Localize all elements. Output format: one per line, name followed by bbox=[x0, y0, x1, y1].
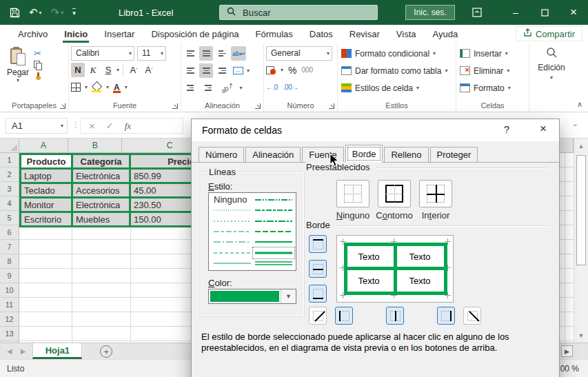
line-style-option[interactable] bbox=[212, 258, 253, 269]
row-headers[interactable]: 12345678910111213 bbox=[0, 153, 19, 343]
close-icon[interactable]: × bbox=[559, 0, 588, 25]
clipboard-dialog-launcher-icon[interactable] bbox=[60, 103, 65, 109]
line-style-option[interactable] bbox=[253, 205, 294, 215]
border-top-button[interactable] bbox=[309, 235, 327, 253]
row-header-10[interactable]: 10 bbox=[0, 283, 19, 298]
data-cell[interactable]: Muebles bbox=[73, 213, 129, 225]
name-box[interactable]: A1 ▾ bbox=[6, 118, 68, 134]
cut-icon[interactable]: ✂ bbox=[34, 48, 43, 59]
formato-button[interactable]: Formato▾ bbox=[458, 79, 527, 96]
align-right-button[interactable] bbox=[215, 63, 229, 78]
line-style-option[interactable] bbox=[212, 205, 253, 215]
accounting-format-icon[interactable] bbox=[266, 66, 276, 74]
grow-font-button[interactable]: Aˆ bbox=[127, 63, 141, 77]
underline-chevron-icon[interactable]: ▾ bbox=[116, 67, 119, 73]
data-cell[interactable]: Electrónica bbox=[73, 198, 129, 211]
data-cell[interactable]: Monitor bbox=[21, 198, 71, 211]
insert-function-icon[interactable]: fx bbox=[125, 121, 131, 132]
minimize-icon[interactable]: – bbox=[501, 0, 530, 25]
ribbon-tab-inicio[interactable]: Inicio bbox=[56, 25, 96, 43]
search-input[interactable]: Buscar bbox=[219, 5, 378, 20]
prev-sheet-icon[interactable]: ◀ bbox=[7, 347, 12, 355]
paste-button[interactable]: Pegar ▾ bbox=[2, 45, 34, 101]
copy-icon[interactable] bbox=[34, 61, 43, 70]
ribbon-tab-datos[interactable]: Datos bbox=[301, 25, 341, 43]
increase-indent-button[interactable] bbox=[201, 81, 215, 95]
ribbon-tab-archivo[interactable]: Archivo bbox=[10, 25, 56, 43]
scroll-up-icon[interactable]: ▲ bbox=[576, 140, 587, 152]
comma-style-button[interactable]: 000 bbox=[301, 66, 313, 74]
data-cell[interactable]: Teclado bbox=[21, 184, 71, 196]
row-header-1[interactable]: 1 bbox=[0, 153, 19, 167]
line-style-option[interactable] bbox=[253, 237, 294, 247]
font-color-icon[interactable]: A bbox=[113, 84, 121, 91]
data-cell[interactable]: Laptop bbox=[21, 170, 71, 182]
redo-icon[interactable]: ↷▾ bbox=[51, 6, 64, 19]
row-header-2[interactable]: 2 bbox=[0, 167, 19, 182]
border-bottom-button[interactable] bbox=[309, 285, 327, 303]
underline-button[interactable]: S bbox=[101, 63, 115, 77]
line-style-option[interactable] bbox=[212, 216, 253, 226]
line-style-option[interactable] bbox=[253, 247, 294, 258]
align-middle-button[interactable] bbox=[199, 46, 213, 61]
orientation-button[interactable]: ab↗ bbox=[216, 77, 238, 99]
alignment-dialog-launcher-icon[interactable] bbox=[255, 103, 261, 109]
font-name-combo[interactable]: Calibri▾ bbox=[71, 46, 134, 61]
preset-ntorno-button[interactable] bbox=[378, 180, 411, 207]
border-left-button[interactable] bbox=[335, 307, 353, 325]
border-diagdn-button[interactable] bbox=[463, 307, 481, 325]
font-color-chevron-icon[interactable]: ▾ bbox=[125, 84, 128, 90]
italic-button[interactable]: K bbox=[86, 63, 100, 77]
scroll-down-icon[interactable]: ▼ bbox=[576, 329, 587, 341]
line-style-option[interactable] bbox=[212, 237, 253, 247]
row-header-9[interactable]: 9 bbox=[0, 269, 19, 283]
line-color-dropdown[interactable]: ▼ bbox=[208, 289, 296, 304]
cancel-icon[interactable]: × bbox=[89, 120, 95, 132]
row-header-4[interactable]: 4 bbox=[0, 196, 19, 211]
ribbon-tab-fórmulas[interactable]: Fórmulas bbox=[247, 25, 301, 43]
font-dialog-launcher-icon[interactable] bbox=[172, 103, 178, 109]
number-format-combo[interactable]: General▾ bbox=[266, 46, 332, 61]
preset-erior-button[interactable] bbox=[419, 180, 452, 207]
bold-button[interactable]: N bbox=[71, 63, 85, 77]
add-sheet-icon[interactable]: + bbox=[100, 345, 112, 358]
editing-button[interactable]: Edición ▾ bbox=[529, 43, 574, 101]
align-bottom-button[interactable] bbox=[215, 46, 229, 61]
line-style-listbox[interactable]: Ninguno bbox=[208, 192, 296, 271]
header-cell[interactable]: Producto bbox=[21, 155, 71, 167]
enter-icon[interactable]: ✓ bbox=[106, 121, 114, 131]
preset-inguno-button[interactable] bbox=[336, 180, 369, 207]
line-style-option[interactable] bbox=[212, 226, 253, 236]
data-cell[interactable]: Escritorio bbox=[21, 213, 71, 225]
align-left-button[interactable] bbox=[183, 63, 197, 78]
row-header-3[interactable]: 3 bbox=[0, 182, 19, 196]
select-all-corner[interactable] bbox=[0, 139, 19, 153]
merge-chevron-icon[interactable]: ▾ bbox=[247, 68, 250, 74]
hscroll-right-icon[interactable]: ▶ bbox=[561, 345, 573, 357]
row-header-13[interactable]: 13 bbox=[0, 327, 19, 341]
vertical-scrollbar[interactable]: ▲ ▼ bbox=[574, 139, 588, 343]
line-style-option[interactable]: Ninguno bbox=[212, 194, 253, 205]
orientation-chevron-icon[interactable]: ▾ bbox=[240, 85, 243, 91]
border-vmid-button[interactable] bbox=[386, 307, 404, 325]
dialog-help-icon[interactable]: ? bbox=[504, 123, 509, 135]
ribbon-tab-ayuda[interactable]: Ayuda bbox=[425, 25, 467, 43]
row-header-5[interactable]: 5 bbox=[0, 211, 19, 225]
dialog-close-icon[interactable]: × bbox=[540, 122, 547, 136]
wrap-text-button[interactable]: ab↩ bbox=[231, 46, 246, 61]
shrink-font-button[interactable]: Aˇ bbox=[142, 63, 156, 77]
borders-chevron-icon[interactable]: ▾ bbox=[85, 84, 88, 90]
ribbon-tab-vista[interactable]: Vista bbox=[388, 25, 425, 43]
ribbon-tab-disposición-de-página[interactable]: Disposición de página bbox=[143, 25, 247, 43]
save-icon[interactable] bbox=[10, 8, 20, 18]
percent-style-button[interactable]: % bbox=[288, 65, 296, 76]
next-sheet-icon[interactable]: ▶ bbox=[21, 347, 26, 355]
ribbon-tab-revisar[interactable]: Revisar bbox=[341, 25, 388, 43]
format-painter-icon[interactable] bbox=[34, 72, 43, 81]
data-cell[interactable]: Electrónica bbox=[73, 170, 129, 182]
fill-color-chevron-icon[interactable]: ▾ bbox=[106, 84, 109, 90]
column-header-A[interactable]: A bbox=[19, 139, 68, 152]
accounting-chevron-icon[interactable]: ▾ bbox=[281, 67, 283, 73]
ribbon-display-options-icon[interactable] bbox=[463, 0, 491, 25]
header-cell[interactable]: Categoría bbox=[73, 155, 129, 167]
